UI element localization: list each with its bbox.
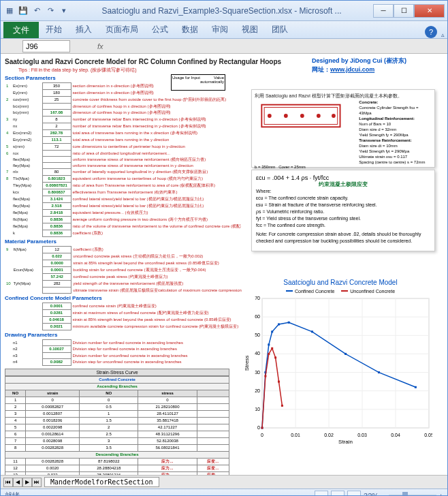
strain-stress-header: Strain-Stress Curve [5,369,229,376]
usage-legend-box: Usage for InputValue automatically [171,74,225,91]
svg-text:60: 60 [255,314,260,319]
svg-rect-38 [268,343,270,345]
help-icon[interactable]: ? [425,26,437,38]
svg-rect-39 [271,330,273,332]
status-bar: 就绪 32% − + [1,489,447,496]
zoom-in-icon[interactable]: + [439,492,443,497]
redo-icon[interactable]: ↷ [44,5,57,17]
sheet-nav-last[interactable]: ⏭ [32,478,42,487]
sheet-tab-bar: ⏮ ◀ ▶ ⏭ ManderModelforRectSection [1,475,447,489]
svg-point-3 [284,114,288,118]
equation-box: εcu = .004 + 1.4 ρs · fyt/fcc 约束混凝土极限应变 … [251,170,435,251]
website-link[interactable]: www.jdcui.com [330,66,374,73]
svg-point-4 [300,114,304,118]
stress-strain-chart: Saatcioglu and Razvi Concrete Model Conf… [242,279,439,456]
svg-point-5 [317,114,321,118]
svg-rect-41 [288,321,290,323]
name-box[interactable] [22,40,70,52]
svg-text:Strain: Strain [338,439,353,445]
minimize-button[interactable]: ─ [373,4,394,18]
svg-text:0.04: 0.04 [391,433,400,437]
svg-text:0.03: 0.03 [357,433,367,437]
view-pagebreak-icon[interactable] [347,491,361,497]
svg-point-6 [332,114,336,118]
svg-rect-45 [415,386,417,388]
svg-rect-48 [268,352,270,354]
undo-icon[interactable]: ↶ [31,5,43,17]
svg-text:0.05: 0.05 [424,433,432,437]
svg-text:0: 0 [257,425,260,430]
sheet-nav-next[interactable]: ▶ [22,478,32,487]
svg-rect-47 [264,375,266,377]
confined-parameters-table: 0.0001confined concrete strain (约束混凝土峰值应… [5,303,240,330]
tab-view[interactable]: 视图 [235,21,265,38]
svg-text:0.01: 0.01 [291,433,300,437]
svg-rect-44 [378,371,380,373]
svg-rect-51 [278,380,280,382]
section-diagram-box: 利用 Saatcioglu and Razvi 模型计算下图矩形截面的混凝土本构… [251,89,435,168]
svg-text:30: 30 [255,369,260,374]
tab-review[interactable]: 审阅 [205,21,235,38]
status-ready: 就绪 [5,491,20,496]
tab-data[interactable]: 数据 [175,21,205,38]
fx-label[interactable]: fx [97,42,103,50]
ribbon-minimize-icon[interactable]: ▵ [441,31,445,38]
excel-icon[interactable]: ▦ [3,5,16,17]
zoom-level: 32% [364,492,379,497]
tab-home[interactable]: 开始 [39,21,69,38]
close-button[interactable]: ✕ [414,4,445,18]
qat-dropdown-icon[interactable]: ▾ [58,5,70,17]
quick-access-toolbar: ▦ 💾 ↶ ↷ ▾ [3,5,70,17]
designer-credit: Designed by JiDong Cui (崔济东) 网址：www.jdcu… [312,57,406,74]
svg-rect-42 [311,330,313,332]
svg-text:70: 70 [255,296,260,300]
view-normal-icon[interactable] [315,491,328,497]
formula-bar: fx [1,39,447,54]
file-tab[interactable]: 文件 [3,22,39,38]
svg-text:0.02: 0.02 [324,433,334,437]
zoom-out-icon[interactable]: − [381,492,385,497]
svg-rect-7 [262,298,429,428]
maximize-button[interactable]: ☐ [394,4,414,18]
svg-text:0: 0 [261,433,263,437]
sheet-nav-prev[interactable]: ◀ [13,478,22,487]
svg-rect-49 [271,347,273,349]
worksheet-area[interactable]: Saatcioglu and Razvi Concrete Model for … [1,54,447,475]
svg-rect-40 [278,323,280,325]
window-title: Saatcioglu and Razvi_Example3-SquareSect… [70,6,373,16]
save-icon[interactable]: 💾 [17,5,29,17]
svg-rect-43 [345,352,347,354]
svg-rect-46 [261,427,263,429]
svg-point-2 [268,114,272,118]
svg-text:Stress: Stress [244,355,250,371]
drawing-parameters-table: n1Division number for confined concrete … [5,339,189,366]
cross-section-diagram [255,99,356,132]
tab-insert[interactable]: 插入 [69,21,99,38]
chart-svg: 00.010.020.030.040.05010203040506070Stra… [242,295,432,445]
svg-text:50: 50 [255,332,260,337]
section-parameters-table: 1Ex(mm)350section dimension in x-directi… [5,82,241,237]
sheet-tab-active[interactable]: ManderModelforRectSection [44,477,159,487]
svg-text:20: 20 [255,388,260,392]
tab-formulas[interactable]: 公式 [145,21,175,38]
tab-layout[interactable]: 页面布局 [99,21,145,38]
view-layout-icon[interactable] [331,491,345,497]
svg-text:10: 10 [255,406,260,411]
svg-text:40: 40 [255,351,260,356]
confined-curve-table: Confined ConcreteAscending BranchesNOstr… [5,376,229,475]
tab-team[interactable]: 团队 [265,21,295,38]
svg-rect-52 [281,404,283,406]
svg-rect-50 [274,356,276,358]
ribbon-tabs: 文件 开始 插入 页面布局 公式 数据 审阅 视图 团队 ? ▵ [1,21,447,39]
sheet-nav-first[interactable]: ⏮ [3,478,13,487]
title-bar: ▦ 💾 ↶ ↷ ▾ Saatcioglu and Razvi_Example3-… [1,1,447,21]
material-parameters-table: 9ft(Mpa)12coefficient (系数)0.022unconfine… [5,246,242,294]
